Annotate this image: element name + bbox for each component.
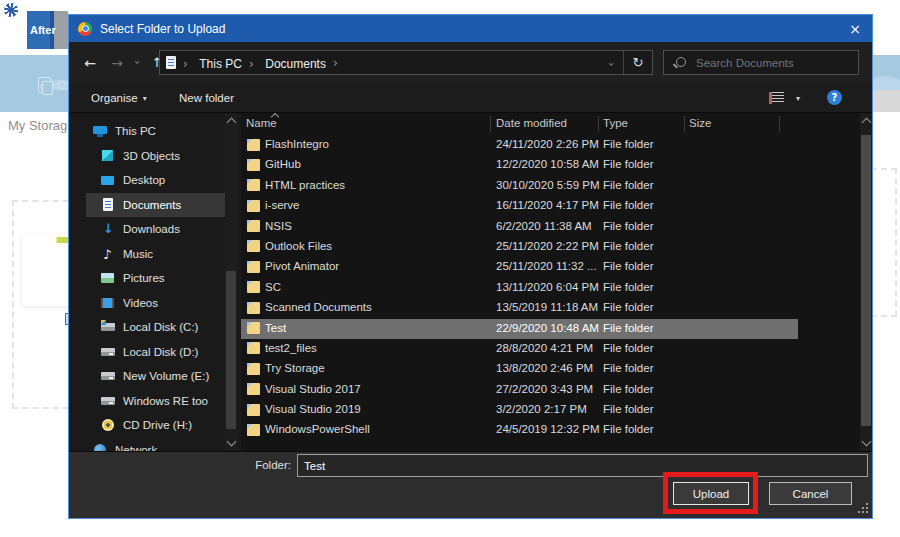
file-type: File folder [603,342,654,354]
folder-icon [247,179,260,191]
column-header-date-modified[interactable]: Date modified [496,117,567,129]
address-bar[interactable]: › This PC › Documents › › ↻ [159,50,653,75]
dialog-footer: Folder: Upload Cancel [69,451,872,518]
file-name: Try Storage [265,362,325,374]
sidebar-item-icon [101,394,115,408]
back-button[interactable]: ← [77,42,103,83]
cancel-button[interactable]: Cancel [769,482,852,505]
sidebar-item[interactable]: Local Disk (D:) [86,340,225,365]
close-button[interactable]: × [838,15,872,42]
sidebar-item-label: Desktop [123,174,165,186]
organise-label: Organise [91,92,138,104]
file-date-modified: 13/5/2019 11:18 AM [496,301,598,313]
file-row[interactable]: test2_files 28/8/2020 4:21 PM File folde… [241,339,798,359]
address-dropdown-chevron[interactable]: › [599,54,623,72]
file-row[interactable]: Test 22/9/2020 10:48 AM File folder [241,319,798,339]
column-divider [779,116,780,132]
scroll-down-icon[interactable] [862,437,872,447]
sidebar-item-label: CD Drive (H:) [123,419,192,431]
file-row[interactable]: SC 13/11/2020 6:04 PM File folder [241,278,798,298]
sidebar-item[interactable]: This PC [86,119,225,144]
help-button[interactable]: ? [827,90,842,105]
folder-name-input[interactable] [297,454,868,477]
sidebar-item[interactable]: New Volume (E:) [86,364,225,389]
column-header-type[interactable]: Type [603,117,628,129]
scroll-down-icon[interactable] [227,437,237,447]
file-row[interactable]: i-serve 16/11/2020 4:17 PM File folder [241,196,798,216]
file-row[interactable]: Pivot Animator 25/11/2020 11:32 ... File… [241,257,798,277]
file-list-scrollbar[interactable] [860,113,872,451]
file-date-modified: 6/2/2020 11:38 AM [496,220,592,232]
column-header-size[interactable]: Size [689,117,711,129]
details-view-icon[interactable] [769,92,784,104]
app-logo[interactable]: After [27,11,68,49]
folder-icon [247,200,260,212]
file-row[interactable]: FlashIntegro 24/11/2020 2:26 PM File fol… [241,135,798,155]
file-row[interactable]: Try Storage 13/8/2020 2:46 PM File folde… [241,359,798,379]
new-folder-button[interactable]: New folder [179,83,234,113]
breadcrumb-item[interactable]: › Documents [242,54,326,72]
scroll-up-icon[interactable] [227,118,237,128]
command-toolbar: Organise ▾ New folder ▾ ? [69,83,872,113]
column-divider [598,116,599,132]
file-row[interactable]: GitHub 12/2/2020 10:58 AM File folder [241,155,798,175]
folder-icon [247,240,260,252]
file-type: File folder [603,322,654,334]
recent-locations-chevron[interactable]: › [129,42,145,83]
sidebar-item[interactable]: Windows RE too [86,389,225,414]
scroll-up-icon[interactable] [862,118,872,128]
file-type: File folder [603,362,654,374]
sidebar-item-label: Documents [123,199,181,211]
app-logo-text: After [30,24,56,36]
file-row[interactable]: WindowsPowerShell 24/5/2019 12:32 PM Fil… [241,420,798,440]
column-divider [490,116,491,132]
sidebar-item[interactable]: Downloads [86,217,225,242]
select-folder-dialog: Select Folder to Upload × ← → › ↑ › This… [68,14,873,519]
file-name: Pivot Animator [265,260,339,272]
file-row[interactable]: Outlook Files 25/11/2020 2:22 PM File fo… [241,237,798,257]
forward-button[interactable]: → [105,42,129,83]
folder-icon [247,139,260,151]
sidebar-item-label: 3D Objects [123,150,180,162]
document-icon [166,56,176,69]
sidebar-item[interactable]: Music [86,242,225,267]
file-row[interactable]: Scanned Documents 13/5/2019 11:18 AM Fil… [241,298,798,318]
sidebar-item-label: This PC [115,125,156,137]
file-name: Visual Studio 2017 [265,383,361,395]
sidebar-item[interactable]: Desktop [86,168,225,193]
upload-button[interactable]: Upload [673,482,749,505]
breadcrumb-item[interactable]: › This PC [176,54,242,72]
sidebar-item[interactable]: Network [86,438,225,452]
sidebar-scrollbar[interactable] [225,113,237,451]
sidebar-item[interactable]: Pictures [86,266,225,291]
file-name: GitHub [265,158,301,170]
organise-button[interactable]: Organise ▾ [91,83,147,113]
refresh-button[interactable]: ↻ [624,55,652,70]
search-input[interactable] [694,56,838,70]
file-date-modified: 28/8/2020 4:21 PM [496,342,593,354]
file-row[interactable]: Visual Studio 2019 3/2/2020 2:17 PM File… [241,400,798,420]
view-mode-chevron[interactable]: ▾ [791,91,805,105]
sidebar-item[interactable]: CD Drive (H:) [86,413,225,438]
sidebar-item[interactable]: Documents [86,193,225,218]
scrollbar-thumb[interactable] [226,271,236,429]
dialog-main-area: This PC 3D Objects Desktop Documents Dow… [69,113,872,451]
new-folder-label: New folder [179,92,234,104]
scrollbar-thumb[interactable] [861,135,871,426]
chevron-down-icon: ▾ [796,94,800,103]
file-row[interactable]: Visual Studio 2017 27/2/2020 3:43 PM Fil… [241,380,798,400]
column-header-name[interactable]: Name [246,117,277,129]
sidebar-item[interactable]: 3D Objects [86,144,225,169]
folder-label: Folder: [219,454,291,477]
file-row[interactable]: HTML practices 30/10/2020 5:59 PM File f… [241,176,798,196]
sidebar-list: This PC 3D Objects Desktop Documents Dow… [69,119,241,451]
search-box[interactable] [663,50,859,75]
sidebar-item[interactable]: Videos [86,291,225,316]
resize-grip[interactable] [866,511,868,513]
file-type: File folder [603,281,654,293]
file-name: WindowsPowerShell [265,423,370,435]
file-type: File folder [603,158,654,170]
sidebar-item-icon [93,443,107,451]
file-row[interactable]: NSIS 6/2/2020 11:38 AM File folder [241,217,798,237]
sidebar-item[interactable]: Local Disk (C:) [86,315,225,340]
